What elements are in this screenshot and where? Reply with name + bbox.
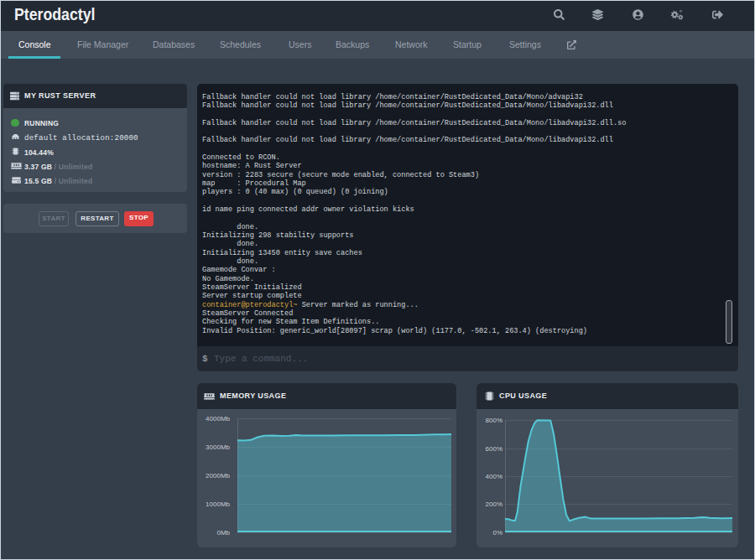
- svg-text:3000Mb: 3000Mb: [206, 443, 230, 451]
- svg-text:200%: 200%: [486, 500, 502, 508]
- svg-text:2000Mb: 2000Mb: [206, 472, 230, 480]
- svg-text:0Mb: 0Mb: [216, 529, 230, 537]
- svg-text:1000Mb: 1000Mb: [206, 500, 230, 508]
- svg-text:0%: 0%: [492, 529, 502, 537]
- svg-text:4000Mb: 4000Mb: [206, 415, 230, 423]
- svg-text:800%: 800%: [486, 417, 502, 424]
- svg-text:600%: 600%: [486, 445, 502, 453]
- svg-text:400%: 400%: [486, 473, 502, 480]
